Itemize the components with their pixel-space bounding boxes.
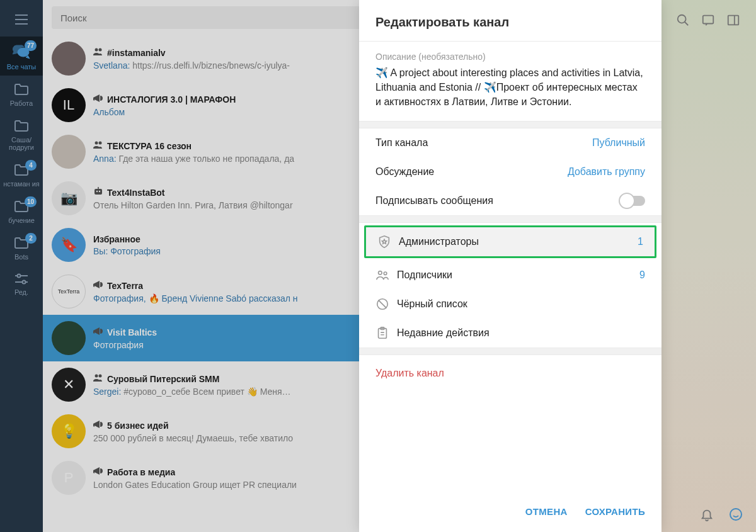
channel-type-row[interactable]: Тип канала Публичный	[359, 128, 662, 157]
svg-point-16	[379, 271, 382, 274]
subscribers-label: Подписчики	[397, 269, 639, 281]
recent-actions-row[interactable]: Недавние действия	[359, 319, 662, 348]
sign-messages-label: Подписывать сообщения	[375, 195, 493, 207]
channel-type-label: Тип канала	[375, 137, 428, 149]
cancel-button[interactable]: ОТМЕНА	[525, 506, 568, 517]
subscribers-row[interactable]: Подписчики 9	[359, 261, 662, 290]
modal-title: Редактировать канал	[359, 0, 662, 41]
sign-messages-toggle[interactable]	[620, 196, 645, 206]
edit-channel-modal: Редактировать канал Описание (необязател…	[359, 0, 662, 532]
discussion-value: Добавить группу	[568, 166, 645, 178]
delete-channel-button[interactable]: Удалить канал	[359, 355, 662, 392]
blacklist-label: Чёрный список	[397, 298, 467, 310]
block-icon	[375, 297, 397, 311]
clipboard-icon	[375, 326, 397, 340]
discussion-label: Обсуждение	[375, 166, 434, 178]
save-button[interactable]: СОХРАНИТЬ	[585, 506, 645, 517]
blacklist-row[interactable]: Чёрный список	[359, 290, 662, 319]
description-label: Описание (необязательно)	[359, 42, 662, 65]
svg-point-17	[384, 272, 387, 275]
recent-actions-label: Недавние действия	[397, 327, 490, 339]
administrators-label: Администраторы	[399, 236, 638, 247]
administrators-row[interactable]: Администраторы 1	[364, 225, 656, 258]
shield-icon	[377, 235, 399, 249]
people-icon	[375, 268, 397, 282]
sign-messages-row: Подписывать сообщения	[359, 186, 662, 215]
channel-type-value: Публичный	[592, 137, 645, 149]
subscribers-count: 9	[639, 269, 645, 281]
administrators-count: 1	[638, 236, 643, 247]
discussion-row[interactable]: Обсуждение Добавить группу	[359, 157, 662, 186]
description-text[interactable]: ✈️ A project about interesting places an…	[359, 65, 662, 121]
